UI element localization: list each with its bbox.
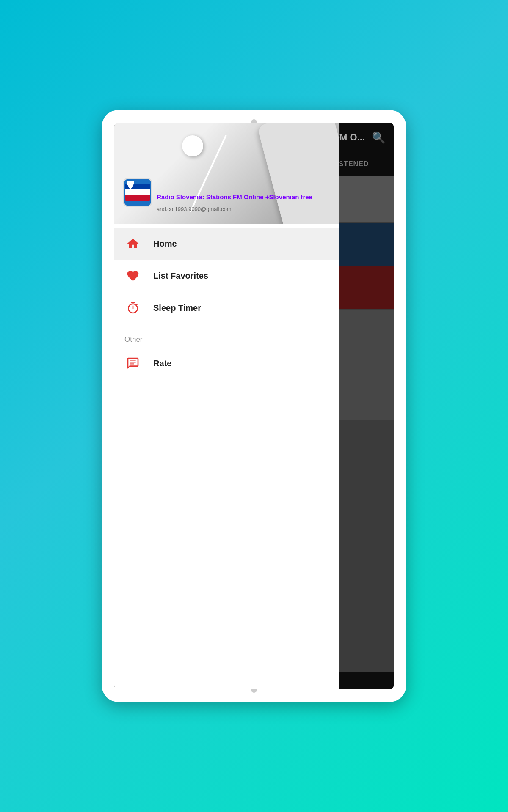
home-icon [124,235,141,252]
device-frame: s FM O... 🔍 MOST LISTENED [102,110,406,702]
drawer-overlay[interactable] [339,123,394,689]
drawer-email: and.co.1993.9090@gmail.com [157,206,334,212]
menu-rate-label: Rate [153,359,171,368]
app-icon [123,178,152,207]
app-icon-inner [124,179,151,206]
menu-favorites-label: List Favorites [153,271,208,281]
drawer-app-name: Radio Slovenia: Stations FM Online +Slov… [157,193,334,201]
menu-home-label: Home [153,239,177,249]
drawer-menu: Home List Favorites [114,224,339,689]
heart-icon [124,267,141,284]
flag-white [125,189,150,195]
drawer-header: Radio Slovenia: Stations FM Online +Slov… [114,123,339,224]
menu-sleep-timer-label: Sleep Timer [153,303,201,313]
menu-item-rate[interactable]: Rate [114,347,339,379]
flag-red [125,195,150,201]
earphone-bud [182,135,203,156]
screen: s FM O... 🔍 MOST LISTENED [114,123,394,689]
menu-item-list-favorites[interactable]: List Favorites [114,260,339,292]
menu-item-sleep-timer[interactable]: Sleep Timer [114,292,339,324]
nav-drawer: Radio Slovenia: Stations FM Online +Slov… [114,123,339,689]
rate-icon [124,355,141,372]
menu-divider [114,326,339,326]
menu-section-other: Other [114,328,339,347]
timer-icon [124,299,141,316]
menu-item-home[interactable]: Home [114,228,339,260]
